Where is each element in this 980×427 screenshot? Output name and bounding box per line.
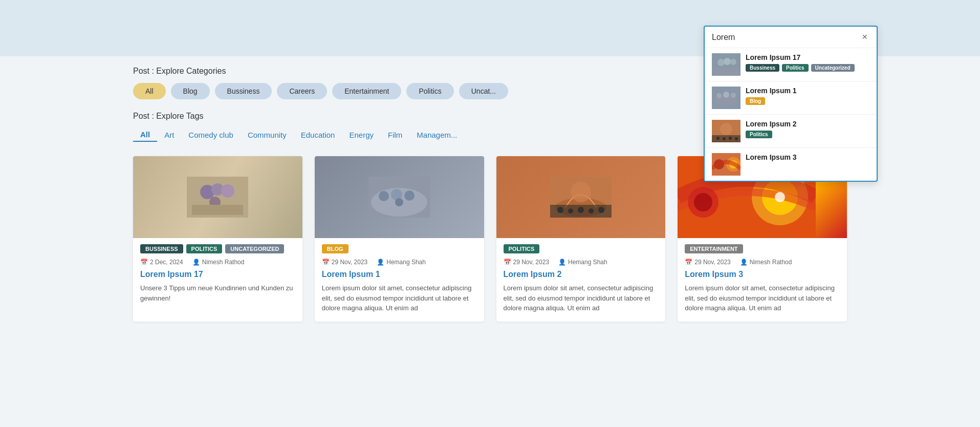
- card-3-excerpt: Lorem ipsum dolor sit amet, consectetur …: [504, 283, 659, 313]
- result-1-badge-bussiness: Bussiness: [746, 64, 779, 72]
- svg-point-43: [735, 137, 738, 140]
- card-1-image-svg: [187, 177, 248, 218]
- result-3-title: Lorem Ipsum 2: [746, 120, 869, 128]
- cat-pill-blog[interactable]: Blog: [171, 83, 210, 99]
- search-result-3[interactable]: Lorem Ipsum 2 Politics: [705, 115, 877, 148]
- svg-point-16: [557, 207, 563, 213]
- svg-point-38: [720, 123, 732, 135]
- svg-point-28: [717, 59, 725, 66]
- badge-blog: BLOG: [322, 244, 349, 253]
- card-1-title[interactable]: Lorem Ipsum 17: [140, 270, 295, 279]
- svg-point-25: [694, 193, 712, 211]
- tag-community[interactable]: Community: [241, 129, 294, 141]
- result-2-info: Lorem Ipsum 1 Blog: [746, 87, 869, 105]
- svg-point-10: [404, 190, 415, 201]
- tag-education[interactable]: Education: [294, 129, 342, 141]
- cal-icon-3: 📅: [504, 259, 511, 266]
- card-4-author: 👤 Nimesh Rathod: [740, 259, 792, 266]
- svg-point-34: [716, 93, 722, 98]
- svg-point-35: [723, 92, 729, 98]
- card-2-meta: 📅 29 Nov, 2023 👤 Hemang Shah: [322, 259, 477, 266]
- tag-art[interactable]: Art: [157, 129, 181, 141]
- card-2-date: 📅 29 Nov, 2023: [322, 259, 368, 266]
- card-3-image-svg: [550, 177, 612, 218]
- search-results: Lorem Ipsum 17 Bussiness Politics Uncate…: [705, 48, 877, 181]
- svg-point-18: [578, 207, 584, 213]
- tag-film[interactable]: Film: [381, 129, 409, 141]
- card-3-date: 📅 29 Nov, 2023: [504, 259, 550, 266]
- svg-rect-31: [714, 69, 738, 75]
- card-4-title[interactable]: Lorem Ipsum 3: [685, 270, 840, 279]
- result-1-info: Lorem Ipsum 17 Bussiness Politics Uncate…: [746, 53, 869, 72]
- svg-point-42: [729, 137, 732, 140]
- card-2-image-svg: [368, 177, 430, 218]
- svg-point-19: [589, 208, 594, 214]
- search-result-4[interactable]: Lorem Ipsum 3: [705, 148, 877, 181]
- person-icon: 👤: [192, 259, 200, 266]
- svg-point-11: [395, 198, 403, 206]
- card-4-date: 📅 29 Nov, 2023: [685, 259, 731, 266]
- result-2-thumb: [712, 87, 741, 109]
- svg-point-40: [716, 137, 720, 140]
- search-input[interactable]: [712, 33, 860, 42]
- svg-point-14: [571, 182, 591, 202]
- card-3-meta: 📅 29 Nov, 2023 👤 Hemang Shah: [504, 259, 659, 266]
- cat-pill-uncat[interactable]: Uncat...: [459, 83, 508, 99]
- cat-pill-careers[interactable]: Careers: [277, 83, 327, 99]
- result-2-badge-blog: Blog: [746, 97, 765, 105]
- card-4-excerpt: Lorem ipsum dolor sit amet, consectetur …: [685, 283, 840, 313]
- card-1-excerpt: Unsere 3 Tipps um neue Kundinnen und Kun…: [140, 283, 295, 303]
- cal-icon-2: 📅: [322, 259, 330, 266]
- result-4-title: Lorem Ipsum 3: [746, 153, 869, 161]
- result-1-badge-uncategorized: Uncategorized: [811, 64, 855, 72]
- result-2-thumb-svg: [712, 87, 741, 109]
- result-3-info: Lorem Ipsum 2 Politics: [746, 120, 869, 138]
- cal-icon: 📅: [140, 259, 148, 266]
- card-3-body: POLITICS 📅 29 Nov, 2023 👤 Hemang Shah Lo…: [496, 238, 666, 322]
- card-3: POLITICS 📅 29 Nov, 2023 👤 Hemang Shah Lo…: [496, 156, 666, 322]
- tag-energy[interactable]: Energy: [342, 129, 381, 141]
- cat-pill-politics[interactable]: Politics: [406, 83, 453, 99]
- svg-point-20: [598, 207, 604, 213]
- person-icon-2: 👤: [377, 259, 384, 266]
- svg-point-41: [723, 137, 726, 140]
- card-2-badges: BLOG: [322, 244, 477, 253]
- result-3-badge-politics: Politics: [746, 131, 772, 138]
- page-wrapper: Post : Explore Categories All Blog Bussi…: [0, 0, 980, 427]
- badge-politics-3: POLITICS: [504, 244, 540, 253]
- badge-entertainment: ENTERTAINMENT: [685, 244, 743, 253]
- cal-icon-4: 📅: [685, 259, 692, 266]
- cat-pill-all[interactable]: All: [133, 83, 166, 99]
- search-close-button[interactable]: ×: [860, 32, 869, 42]
- cat-pill-bussiness[interactable]: Bussiness: [215, 83, 272, 99]
- card-1: BUSSINESS POLITICS UNCATEGORIZED 📅 2 Dec…: [133, 156, 302, 322]
- tag-management[interactable]: Managem...: [409, 129, 464, 141]
- card-3-title[interactable]: Lorem Ipsum 2: [504, 270, 659, 279]
- result-3-thumb: [712, 120, 741, 142]
- main-content: Post : Explore Categories All Blog Bussi…: [0, 56, 980, 332]
- svg-point-36: [731, 93, 736, 98]
- search-overlay: × Lorem Ipsum 17: [704, 26, 878, 182]
- badge-politics: POLITICS: [186, 244, 223, 253]
- svg-point-30: [730, 59, 736, 65]
- card-1-image: [133, 156, 302, 238]
- search-result-2[interactable]: Lorem Ipsum 1 Blog: [705, 81, 877, 115]
- result-1-badges: Bussiness Politics Uncategorized: [746, 64, 869, 72]
- card-1-badges: BUSSINESS POLITICS UNCATEGORIZED: [140, 244, 295, 253]
- tag-all[interactable]: All: [133, 128, 157, 142]
- svg-point-17: [568, 208, 573, 214]
- svg-point-8: [379, 191, 389, 201]
- card-1-date: 📅 2 Dec, 2024: [140, 259, 183, 266]
- card-4-body: ENTERTAINMENT 📅 29 Nov, 2023 👤 Nimesh Ra…: [678, 238, 847, 322]
- tag-comedy-club[interactable]: Comedy club: [181, 129, 241, 141]
- search-result-1[interactable]: Lorem Ipsum 17 Bussiness Politics Uncate…: [705, 48, 877, 81]
- result-3-badges: Politics: [746, 131, 869, 138]
- result-4-thumb: [712, 153, 741, 176]
- card-3-image: [496, 156, 666, 238]
- result-4-thumb-svg: [712, 153, 741, 176]
- card-1-author: 👤 Nimesh Rathod: [192, 259, 245, 266]
- card-2-title[interactable]: Lorem Ipsum 1: [322, 270, 477, 279]
- cat-pill-entertainment[interactable]: Entertainment: [332, 83, 401, 99]
- card-3-author: 👤 Hemang Shah: [558, 259, 607, 266]
- svg-rect-5: [192, 205, 243, 215]
